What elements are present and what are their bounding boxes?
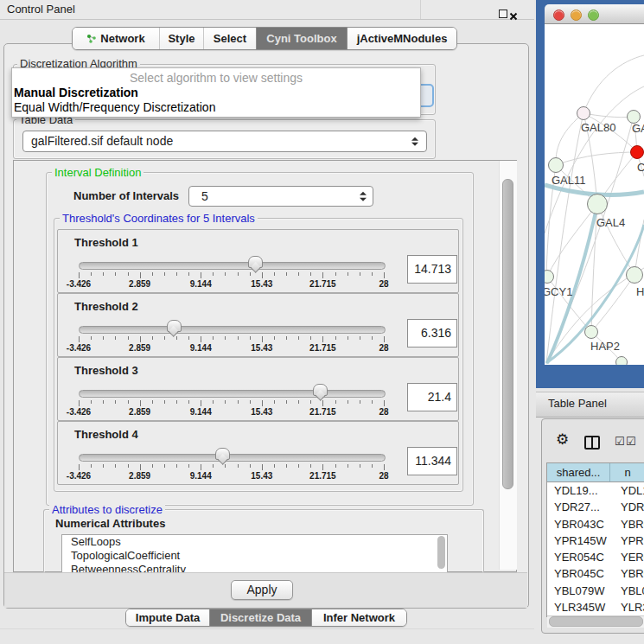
cell-shared-name[interactable]: YDR27...: [547, 499, 609, 515]
slider-tick: [164, 400, 165, 404]
slider-tick: [322, 400, 323, 406]
columns-icon[interactable]: [584, 436, 600, 450]
table-row[interactable]: YBL079WYBL0: [547, 583, 644, 599]
cell-name[interactable]: YLR3: [609, 599, 644, 615]
dropdown-option-manual-discretization[interactable]: Manual Discretization: [12, 86, 420, 100]
cell-shared-name[interactable]: YLR345W: [547, 599, 609, 615]
zoom-window-icon[interactable]: [588, 10, 599, 21]
slider-tick: [348, 336, 348, 340]
cell-shared-name[interactable]: YPR145W: [547, 532, 609, 549]
table-data-combobox[interactable]: galFiltered.sif default node: [22, 131, 427, 152]
vertical-scrollbar-thumb[interactable]: [502, 179, 513, 489]
number-of-intervals-value: 5: [201, 187, 208, 206]
threshold-value-field[interactable]: 6.316: [407, 319, 457, 348]
checkbox-icon[interactable]: ☑: [626, 435, 636, 448]
slider-tick: [298, 336, 299, 340]
slider-tick: [176, 336, 177, 340]
attribute-item[interactable]: TopologicalCoefficient: [62, 549, 447, 563]
slider-tick-label: 15.43: [251, 343, 272, 353]
slider-tick: [91, 400, 92, 404]
tab-cyni-toolbox[interactable]: Cyni Toolbox: [256, 28, 347, 49]
cell-name[interactable]: YBR0: [609, 516, 644, 532]
slider-tick: [384, 400, 385, 406]
node-label-gal11: GAL11: [552, 174, 586, 187]
cell-name[interactable]: YER0: [609, 549, 644, 565]
tab-select[interactable]: Select: [203, 28, 256, 49]
threshold-value-field[interactable]: 14.713: [407, 255, 457, 284]
cell-shared-name[interactable]: YDL19...: [547, 482, 609, 499]
cell-shared-name[interactable]: YBR043C: [547, 516, 609, 532]
column-header-name[interactable]: n: [610, 463, 644, 482]
table-panel-title: Table Panel: [548, 392, 607, 416]
close-window-icon[interactable]: [553, 10, 564, 21]
column-header-shared-name[interactable]: shared...: [547, 463, 610, 482]
network-node-partial-h[interactable]: [626, 266, 643, 284]
table-rows: YDL19...YDL1YDR27...YDR2YBR043CYBR0YPR14…: [547, 482, 644, 617]
table-row[interactable]: YBR043CYBR0: [547, 516, 644, 532]
bottom-tab-impute-data[interactable]: Impute Data: [126, 609, 209, 626]
slider-thumb[interactable]: [215, 448, 230, 460]
dropdown-prompt-item[interactable]: Select algorithm to view settings: [12, 70, 420, 86]
combobox-stepper-icon: [360, 192, 367, 201]
float-panel-icon[interactable]: [499, 10, 507, 18]
slider-tick: [286, 464, 287, 468]
checkbox-icon[interactable]: ☑: [615, 435, 625, 448]
tab-network[interactable]: Network: [73, 28, 159, 49]
slider-tick-label: 21.715: [309, 279, 336, 289]
bottom-tab-infer-network[interactable]: Infer Network: [311, 609, 406, 626]
threshold-value-field[interactable]: 11.344: [407, 447, 457, 475]
network-node-hap2[interactable]: [584, 325, 598, 339]
slider-tick: [322, 464, 323, 470]
minimize-window-icon[interactable]: [571, 10, 582, 21]
table-row[interactable]: YDR27...YDR2: [547, 499, 644, 515]
cell-shared-name[interactable]: YBL079W: [547, 583, 609, 599]
close-panel-icon[interactable]: [509, 9, 518, 17]
table-horizontal-scrollbar-thumb[interactable]: [549, 616, 643, 627]
threshold-slider[interactable]: [79, 326, 386, 334]
network-window-titlebar[interactable]: [545, 4, 644, 24]
table-row[interactable]: YER054CYER0: [547, 549, 644, 565]
network-node-gal4[interactable]: [587, 194, 608, 214]
cell-name[interactable]: YDL1: [609, 482, 644, 499]
dropdown-option-equal-width[interactable]: Equal Width/Frequency Discretization: [12, 100, 420, 115]
threshold-value-field[interactable]: 21.4: [407, 383, 457, 411]
slider-tick: [298, 272, 299, 276]
tab-jactivemnodules[interactable]: jActiveMNodules: [347, 28, 456, 49]
network-node-gal11[interactable]: [548, 157, 564, 173]
threshold-slider[interactable]: [79, 262, 386, 270]
cell-shared-name[interactable]: YBR045C: [547, 565, 609, 582]
cell-name[interactable]: YBR0: [609, 565, 644, 582]
table-row[interactable]: YDL19...YDL1: [547, 482, 644, 499]
slider-tick-label: -3.426: [67, 407, 91, 417]
slider-tick: [188, 272, 189, 276]
table-row[interactable]: YBR045CYBR0: [547, 565, 644, 582]
bottom-tab-discretize-data[interactable]: Discretize Data: [209, 609, 311, 626]
gear-icon[interactable]: ⚙: [556, 430, 569, 449]
slider-tick: [128, 272, 129, 276]
slider-thumb[interactable]: [167, 320, 182, 332]
attribute-item[interactable]: SelfLoops: [62, 535, 447, 549]
slider-thumb[interactable]: [313, 384, 328, 396]
network-node-highlighted[interactable]: [630, 145, 644, 159]
slider-thumb[interactable]: [248, 256, 263, 268]
tab-style[interactable]: Style: [159, 28, 203, 49]
thresholds-group-title: Threshold's Coordinates for 5 Intervals: [60, 212, 258, 225]
cell-name[interactable]: YBL0: [609, 583, 644, 599]
attributes-scrollbar-thumb[interactable]: [437, 536, 445, 569]
network-node-gal80[interactable]: [577, 106, 590, 120]
network-canvas[interactable]: GAL80 GA C GAL11 GAL4 GCY1 H HAP2: [545, 24, 644, 365]
threshold-slider[interactable]: [79, 454, 386, 462]
cell-shared-name[interactable]: YER054C: [547, 549, 609, 565]
network-node-unlabeled[interactable]: [615, 356, 628, 365]
number-of-intervals-combobox[interactable]: 5: [188, 186, 373, 207]
cell-name[interactable]: YPR1: [609, 532, 644, 549]
apply-button[interactable]: Apply: [231, 580, 293, 600]
numerical-attributes-list[interactable]: SelfLoopsTopologicalCoefficientBetweenne…: [61, 534, 448, 573]
slider-tick-label: 21.715: [309, 407, 336, 417]
table-row[interactable]: YPR145WYPR1: [547, 532, 644, 549]
threshold-slider[interactable]: [79, 390, 386, 398]
slider-tick: [238, 272, 239, 276]
table-row[interactable]: YLR345WYLR3: [547, 599, 644, 615]
cell-name[interactable]: YDR2: [609, 499, 644, 515]
threshold-label: Threshold 4: [74, 428, 138, 441]
